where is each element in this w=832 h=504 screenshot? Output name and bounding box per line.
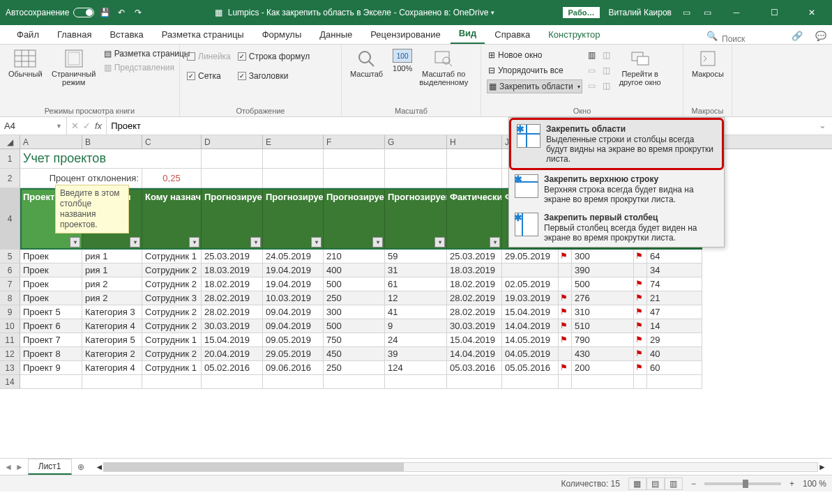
table-cell[interactable]: 25.03.2019 <box>447 250 502 264</box>
table-header-cell[interactable]: Прогнозируемый запуск▾ <box>202 188 263 250</box>
zoom-slider[interactable] <box>704 482 781 485</box>
table-cell[interactable]: 30.03.2019 <box>202 319 263 333</box>
table-cell[interactable]: 05.05.2016 <box>502 361 559 375</box>
undo-icon[interactable]: ↶ <box>115 6 128 19</box>
cancel-formula-icon[interactable]: ✕ <box>71 121 79 131</box>
share-button[interactable]: 🔗 <box>786 28 808 44</box>
filter-button[interactable]: ▾ <box>189 237 199 247</box>
table-cell[interactable]: 430 <box>572 347 634 361</box>
table-cell[interactable]: 15.04.2019 <box>202 333 263 347</box>
table-cell[interactable]: 124 <box>385 361 447 375</box>
table-cell[interactable]: 40 <box>647 347 702 361</box>
cell[interactable] <box>447 375 502 389</box>
tab-data[interactable]: Данные <box>311 25 361 44</box>
column-header[interactable]: B <box>82 135 142 148</box>
save-icon[interactable]: 💾 <box>98 6 111 19</box>
table-cell[interactable]: 14.04.2019 <box>502 319 559 333</box>
table-cell[interactable]: 250 <box>324 291 385 305</box>
table-cell[interactable]: 18.03.2019 <box>447 264 502 277</box>
ribbon-options-icon[interactable]: ▭ <box>701 6 713 19</box>
table-cell[interactable]: 750 <box>324 333 385 347</box>
table-cell[interactable]: 28.02.2019 <box>447 291 502 305</box>
column-header[interactable]: E <box>263 135 324 148</box>
table-cell[interactable]: 14.04.2019 <box>447 347 502 361</box>
cell[interactable] <box>385 375 447 389</box>
table-cell[interactable]: 60 <box>647 361 702 375</box>
row-header[interactable]: 12 <box>0 347 20 361</box>
zoom-button[interactable]: Масштаб <box>347 47 386 79</box>
table-cell[interactable]: 34 <box>647 264 702 277</box>
win-opt2[interactable]: ◫ <box>601 64 612 77</box>
table-cell[interactable]: 500 <box>572 277 634 291</box>
filter-button[interactable]: ▾ <box>490 237 500 247</box>
table-cell[interactable]: 02.05.2019 <box>502 277 559 291</box>
enter-formula-icon[interactable]: ✓ <box>83 121 91 131</box>
table-cell[interactable]: Сотрудник 2 <box>142 305 202 319</box>
table-cell[interactable]: 210 <box>324 250 385 264</box>
cell[interactable] <box>647 375 702 389</box>
table-cell[interactable]: Категория 3 <box>82 305 142 319</box>
table-cell[interactable]: Сотрудник 1 <box>142 361 202 375</box>
table-cell[interactable]: 310 <box>572 305 634 319</box>
select-all-button[interactable]: ◢ <box>0 135 20 148</box>
table-cell[interactable]: 29 <box>647 333 702 347</box>
cell[interactable] <box>263 375 324 389</box>
table-cell[interactable]: 05.03.2016 <box>447 361 502 375</box>
table-cell[interactable]: Проек <box>20 264 82 277</box>
filter-button[interactable]: ▾ <box>70 237 80 247</box>
row-header[interactable]: 4 <box>0 188 20 250</box>
column-header[interactable]: D <box>202 135 263 148</box>
table-cell[interactable]: 21 <box>647 291 702 305</box>
tab-home[interactable]: Главная <box>49 25 100 44</box>
table-cell[interactable]: 41 <box>385 305 447 319</box>
table-cell[interactable] <box>634 264 647 277</box>
ruler-check[interactable]: Линейка <box>186 50 232 63</box>
tab-view[interactable]: Вид <box>451 24 485 44</box>
table-cell[interactable]: Проек <box>20 277 82 291</box>
table-cell[interactable]: Проект 5 <box>20 305 82 319</box>
table-cell[interactable]: ⚑ <box>634 277 647 291</box>
arrange-all-button[interactable]: ⊟Упорядочить все <box>487 64 582 77</box>
cell[interactable] <box>385 149 447 169</box>
table-cell[interactable]: 31 <box>385 264 447 277</box>
table-cell[interactable]: 790 <box>572 333 634 347</box>
tab-help[interactable]: Справка <box>486 25 538 44</box>
cell[interactable] <box>202 169 263 188</box>
mode-badge[interactable]: Рабо… <box>563 7 600 18</box>
fx-icon[interactable]: fx <box>95 121 102 131</box>
table-cell[interactable]: 300 <box>572 250 634 264</box>
table-cell[interactable] <box>502 264 559 277</box>
table-header-cell[interactable]: Прогнозируемые трудозатраты (в часах)▾ <box>324 188 385 250</box>
table-cell[interactable]: 05.02.2016 <box>202 361 263 375</box>
table-cell[interactable]: 61 <box>385 277 447 291</box>
table-cell[interactable]: Проект 8 <box>20 347 82 361</box>
maximize-button[interactable]: ☐ <box>759 0 789 25</box>
cell[interactable] <box>324 375 385 389</box>
cell[interactable] <box>502 375 559 389</box>
unhide-button[interactable]: ▭ <box>587 79 597 92</box>
table-header-cell[interactable]: Кому назначен▾ <box>142 188 202 250</box>
table-cell[interactable]: 09.05.2019 <box>263 333 324 347</box>
row-header[interactable]: 1 <box>0 149 20 169</box>
row-header[interactable]: 2 <box>0 169 20 188</box>
chevron-down-icon[interactable]: ▼ <box>56 123 62 130</box>
table-cell[interactable]: ⚑ <box>634 319 647 333</box>
table-cell[interactable]: 12 <box>385 291 447 305</box>
table-cell[interactable]: 04.05.2019 <box>502 347 559 361</box>
table-cell[interactable]: ⚑ <box>559 361 572 375</box>
cell[interactable] <box>559 375 572 389</box>
table-cell[interactable]: 14.05.2019 <box>502 333 559 347</box>
win-opt1[interactable]: ◫ <box>601 49 612 61</box>
table-cell[interactable]: 18.02.2019 <box>447 277 502 291</box>
zoom-out-button[interactable]: − <box>691 479 696 489</box>
comments-button[interactable]: 💬 <box>810 28 832 44</box>
table-cell[interactable]: ⚑ <box>559 250 572 264</box>
cell[interactable] <box>142 375 202 389</box>
redo-icon[interactable]: ↷ <box>132 6 144 19</box>
minimize-button[interactable]: ─ <box>722 0 751 25</box>
cell[interactable] <box>572 375 634 389</box>
freeze-panes-item[interactable]: ✱ Закрепить областиВыделенные строки и с… <box>509 118 724 170</box>
filter-button[interactable]: ▾ <box>372 237 383 247</box>
table-cell[interactable]: 15.04.2019 <box>502 305 559 319</box>
table-cell[interactable]: Сотрудник 2 <box>142 264 202 277</box>
